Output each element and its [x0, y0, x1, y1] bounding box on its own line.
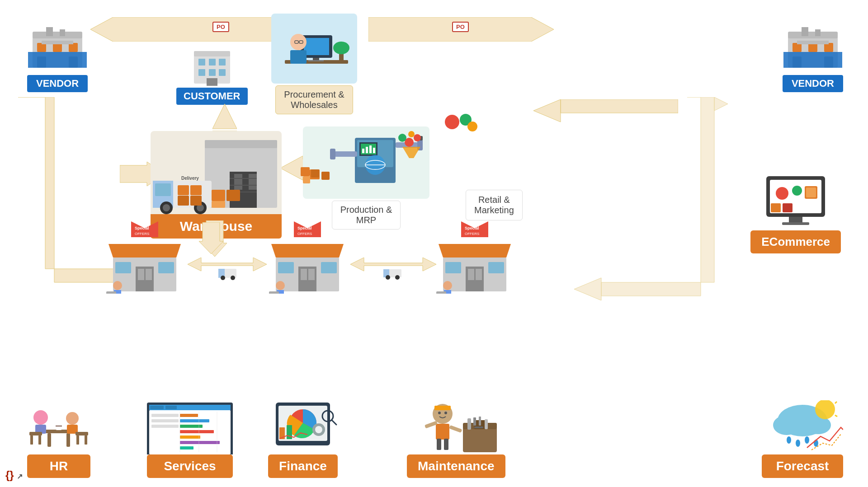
vendor-right: VENDOR [783, 27, 843, 92]
store-center: Special OFFERS [267, 221, 348, 295]
svg-rect-59 [155, 183, 171, 196]
vendor-right-label: VENDOR [783, 75, 843, 92]
svg-rect-67 [190, 196, 202, 206]
svg-rect-192 [180, 446, 193, 450]
svg-rect-142 [468, 269, 474, 280]
svg-point-100 [776, 187, 788, 200]
vendor-left: VENDOR [27, 27, 88, 92]
svg-point-237 [445, 115, 459, 129]
svg-rect-234 [301, 167, 310, 176]
store-left-icon: Special OFFERS [104, 221, 185, 294]
forecast-module: Forecast [762, 400, 843, 478]
services-module: Services [145, 400, 235, 478]
svg-rect-165 [66, 433, 70, 447]
svg-rect-184 [151, 419, 179, 422]
svg-marker-233 [199, 222, 223, 254]
svg-rect-172 [56, 424, 62, 430]
svg-rect-221 [474, 426, 483, 428]
maintenance-module: Maintenance [407, 400, 505, 478]
svg-rect-186 [180, 414, 198, 417]
svg-rect-39 [290, 50, 307, 64]
svg-rect-185 [151, 425, 179, 428]
svg-rect-114 [115, 262, 131, 273]
svg-rect-188 [180, 425, 203, 428]
svg-line-228 [835, 415, 837, 417]
svg-rect-173 [56, 426, 62, 426]
svg-rect-28 [219, 59, 226, 66]
svg-point-146 [443, 281, 452, 290]
svg-rect-37 [308, 60, 324, 61]
svg-marker-47 [212, 104, 237, 129]
svg-rect-129 [278, 262, 294, 273]
svg-rect-236 [303, 176, 310, 183]
store-center-icon: Special OFFERS [267, 221, 348, 294]
svg-text:OFFERS: OFFERS [135, 232, 149, 236]
svg-rect-148 [436, 291, 446, 294]
small-items-prod-warehouse [298, 154, 326, 185]
svg-rect-98 [789, 217, 802, 223]
svg-point-159 [386, 275, 390, 280]
svg-rect-112 [138, 269, 144, 280]
svg-rect-183 [151, 414, 179, 417]
svg-point-168 [66, 412, 79, 425]
svg-point-155 [231, 276, 235, 280]
hr-label: HR [27, 454, 90, 478]
odoo-logo: {} ↗ [5, 469, 23, 482]
svg-rect-81 [330, 149, 335, 159]
svg-rect-27 [209, 59, 216, 66]
svg-rect-20 [802, 27, 808, 36]
po-badge-left: PO [212, 22, 229, 32]
warehouse-area: Delivery [151, 131, 282, 221]
svg-rect-164 [47, 433, 51, 447]
svg-marker-94 [402, 147, 420, 158]
svg-line-204 [332, 420, 336, 425]
svg-point-229 [787, 436, 791, 444]
svg-rect-22 [783, 52, 842, 68]
hr-icon [27, 400, 90, 454]
warehouse-image: Delivery [151, 131, 282, 221]
svg-point-160 [395, 275, 400, 280]
arrow-down-from-warehouse [199, 222, 223, 254]
vendor-right-icon [783, 27, 842, 72]
svg-rect-31 [219, 69, 226, 76]
svg-rect-14 [788, 32, 838, 38]
vendor-left-icon [28, 27, 87, 72]
svg-rect-3 [33, 32, 82, 38]
svg-rect-177 [85, 435, 87, 445]
svg-rect-115 [158, 262, 174, 273]
customer-icon [192, 47, 232, 86]
svg-rect-175 [38, 435, 41, 445]
svg-rect-220 [485, 419, 488, 429]
svg-rect-32 [207, 78, 217, 86]
fruits-near-production [443, 113, 479, 145]
svg-rect-52 [234, 174, 242, 190]
svg-point-166 [33, 410, 48, 425]
svg-text:Special: Special [465, 226, 479, 230]
svg-rect-9 [46, 27, 53, 36]
svg-rect-190 [180, 435, 200, 439]
svg-rect-130 [321, 262, 337, 273]
svg-rect-212 [437, 439, 441, 450]
svg-rect-176 [76, 435, 79, 445]
svg-rect-12 [42, 41, 73, 44]
svg-rect-189 [180, 430, 214, 433]
svg-rect-64 [178, 185, 189, 195]
customer-label: CUSTOMER [176, 88, 248, 105]
svg-rect-235 [311, 169, 319, 178]
svg-rect-143 [476, 269, 482, 280]
svg-rect-66 [178, 196, 189, 206]
svg-rect-144 [445, 262, 461, 273]
svg-rect-217 [467, 418, 471, 430]
retail-marketing-label: Retail & Marketing [474, 195, 514, 215]
finance-module: Finance [267, 400, 339, 478]
svg-point-61 [163, 204, 170, 211]
svg-rect-133 [269, 291, 279, 294]
svg-rect-50 [205, 140, 277, 148]
svg-rect-26 [198, 59, 205, 66]
forecast-icon [762, 400, 843, 454]
svg-rect-174 [30, 435, 33, 445]
procurement-icon [276, 17, 353, 80]
svg-point-116 [113, 281, 122, 290]
svg-point-43 [333, 42, 349, 54]
svg-rect-99 [782, 222, 809, 225]
